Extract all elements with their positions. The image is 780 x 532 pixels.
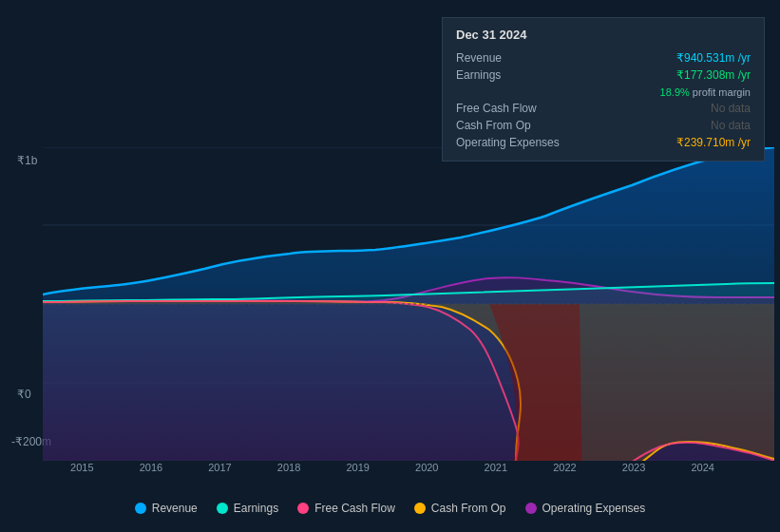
tooltip-row-fcf: Free Cash Flow No data: [456, 100, 751, 117]
legend-label-revenue: Revenue: [152, 502, 198, 515]
tooltip-date: Dec 31 2024: [456, 28, 751, 42]
y-label-0: ₹0: [17, 388, 31, 401]
legend-dot-fcf: [297, 503, 309, 514]
legend-dot-earnings: [217, 503, 228, 514]
tooltip-row-earnings: Earnings ₹177.308m /yr: [456, 66, 751, 84]
legend: Revenue Earnings Free Cash Flow Cash Fro…: [0, 502, 780, 515]
tooltip-row-margin: 18.9% profit margin: [456, 84, 751, 100]
tooltip-value-opex: ₹239.710m /yr: [676, 136, 751, 149]
tooltip-label-cashop: Cash From Op: [456, 119, 570, 132]
legend-label-fcf: Free Cash Flow: [314, 502, 395, 515]
legend-item-fcf[interactable]: Free Cash Flow: [297, 502, 395, 515]
legend-item-opex[interactable]: Operating Expenses: [525, 502, 646, 515]
y-label-1b: ₹1b: [17, 154, 37, 167]
x-label-2020: 2020: [415, 462, 438, 473]
tooltip-label-fcf: Free Cash Flow: [456, 102, 570, 115]
tooltip-row-opex: Operating Expenses ₹239.710m /yr: [456, 134, 751, 151]
x-label-2021: 2021: [485, 462, 507, 473]
chart-svg: [43, 147, 774, 461]
chart-container: Dec 31 2024 Revenue ₹940.531m /yr Earnin…: [0, 0, 780, 532]
legend-label-opex: Operating Expenses: [542, 502, 646, 515]
x-label-2019: 2019: [346, 462, 369, 473]
legend-label-cashop: Cash From Op: [431, 502, 506, 515]
x-label-2022: 2022: [553, 462, 576, 473]
tooltip-value-revenue: ₹940.531m /yr: [676, 51, 751, 65]
legend-item-earnings[interactable]: Earnings: [217, 502, 278, 515]
legend-dot-cashop: [414, 503, 426, 514]
tooltip-row-revenue: Revenue ₹940.531m /yr: [456, 49, 751, 66]
x-label-2016: 2016: [140, 462, 162, 473]
tooltip-label-revenue: Revenue: [456, 51, 570, 65]
tooltip-row-cashop: Cash From Op No data: [456, 117, 751, 134]
x-label-2024: 2024: [691, 462, 713, 473]
legend-item-cashop[interactable]: Cash From Op: [414, 502, 506, 515]
legend-label-earnings: Earnings: [234, 502, 278, 515]
tooltip-value-cashop: No data: [711, 119, 751, 132]
legend-dot-revenue: [135, 503, 146, 514]
x-label-2017: 2017: [208, 462, 231, 473]
tooltip-value-fcf: No data: [711, 102, 751, 115]
x-label-2015: 2015: [70, 462, 93, 473]
tooltip-label-opex: Operating Expenses: [456, 136, 570, 149]
tooltip-label-earnings: Earnings: [456, 68, 570, 82]
x-axis: 2015 2016 2017 2018 2019 2020 2021 2022 …: [0, 462, 780, 473]
legend-item-revenue[interactable]: Revenue: [135, 502, 198, 515]
x-label-2018: 2018: [277, 462, 300, 473]
legend-dot-opex: [525, 503, 537, 514]
tooltip-value-earnings: ₹177.308m /yr: [676, 68, 751, 82]
tooltip-profit-margin: 18.9% profit margin: [660, 86, 751, 98]
tooltip-card: Dec 31 2024 Revenue ₹940.531m /yr Earnin…: [442, 17, 765, 162]
x-label-2023: 2023: [622, 462, 645, 473]
